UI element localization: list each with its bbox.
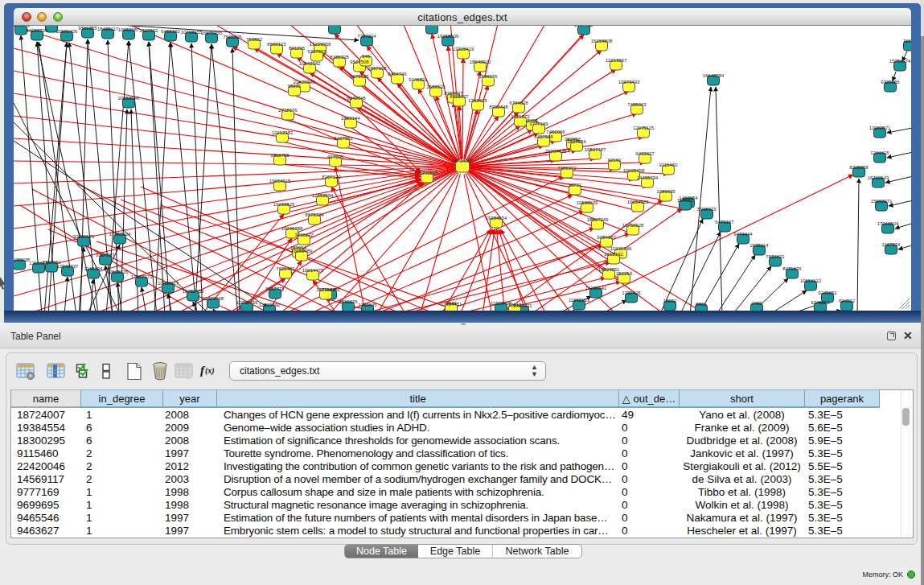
svg-text:16992: 16992 [663, 299, 677, 303]
svg-text:18495117: 18495117 [97, 27, 119, 31]
svg-text:9245652: 9245652 [818, 290, 837, 295]
svg-text:16099489: 16099489 [291, 249, 313, 253]
svg-text:2718176: 2718176 [278, 108, 298, 113]
svg-text:9146821: 9146821 [409, 77, 428, 82]
svg-text:17359924: 17359924 [109, 232, 131, 237]
svg-text:2935114: 2935114 [750, 243, 770, 248]
svg-text:16782759: 16782759 [183, 289, 204, 294]
svg-text:(x): (x) [205, 366, 215, 376]
svg-text:8186328: 8186328 [330, 55, 349, 60]
svg-text:10958117: 10958117 [158, 281, 179, 286]
svg-text:10654112: 10654112 [800, 278, 822, 283]
svg-text:417006: 417006 [327, 154, 344, 159]
svg-text:8861: 8861 [696, 302, 707, 307]
svg-text:11172: 11172 [903, 39, 911, 43]
svg-text:6497568: 6497568 [534, 134, 553, 139]
svg-text:13226058: 13226058 [310, 42, 331, 47]
svg-text:1615132: 1615132 [604, 252, 623, 257]
svg-text:1527602: 1527602 [139, 28, 158, 33]
svg-text:10688609: 10688609 [577, 200, 598, 205]
svg-text:1571647: 1571647 [316, 287, 335, 292]
svg-text:8427552: 8427552 [334, 136, 353, 141]
svg-text:18724007: 18724007 [452, 159, 474, 163]
svg-text:10973493: 10973493 [618, 80, 640, 84]
svg-text:3675685: 3675685 [350, 74, 369, 79]
svg-text:9245012: 9245012 [811, 300, 830, 305]
svg-text:3624554: 3624554 [567, 139, 586, 144]
svg-text:14055724: 14055724 [27, 28, 48, 33]
svg-text:8267130: 8267130 [322, 175, 341, 179]
svg-text:20206576: 20206576 [73, 234, 95, 239]
svg-text:6466160: 6466160 [161, 29, 180, 34]
svg-text:10653287: 10653287 [118, 27, 140, 32]
svg-text:7357224: 7357224 [357, 34, 376, 39]
svg-text:16210643: 16210643 [868, 175, 889, 180]
svg-text:15721: 15721 [569, 183, 582, 187]
svg-text:7632621: 7632621 [766, 254, 785, 259]
svg-text:14495794: 14495794 [637, 175, 659, 180]
svg-text:16154808: 16154808 [591, 39, 613, 43]
svg-text:19166825: 19166825 [273, 202, 295, 207]
svg-text:10543342: 10543342 [299, 61, 321, 66]
svg-text:15751074: 15751074 [889, 59, 911, 64]
svg-text:2588520: 2588520 [426, 84, 446, 89]
svg-text:8819276: 8819276 [339, 299, 358, 304]
svg-text:13325419: 13325419 [453, 47, 474, 51]
svg-text:9327503: 9327503 [307, 49, 326, 54]
svg-text:7515526: 7515526 [223, 35, 242, 39]
svg-text:10719155: 10719155 [181, 30, 203, 35]
svg-text:9777169: 9777169 [529, 122, 548, 126]
svg-text:62160: 62160 [608, 158, 622, 163]
svg-text:9397587: 9397587 [96, 253, 115, 257]
svg-text:1244415: 1244415 [870, 150, 889, 155]
svg-text:16033809: 16033809 [324, 26, 346, 27]
svg-text:10120746: 10120746 [610, 246, 632, 251]
svg-text:16046788: 16046788 [281, 226, 303, 231]
svg-text:12923490: 12923490 [259, 303, 281, 307]
svg-text:98901: 98901 [288, 84, 302, 89]
svg-text:5938923: 5938923 [697, 207, 717, 212]
svg-text:8215958: 8215958 [849, 165, 869, 170]
svg-text:9084067: 9084067 [597, 235, 616, 240]
svg-text:6479197: 6479197 [715, 220, 734, 225]
svg-text:12213967: 12213967 [606, 58, 627, 63]
svg-text:22017: 22017 [508, 303, 522, 307]
svg-text:19654923: 19654923 [627, 200, 649, 204]
svg-text:19654915: 19654915 [269, 179, 291, 183]
svg-text:2937652: 2937652 [574, 26, 593, 27]
svg-text:1763645: 1763645 [358, 303, 377, 307]
svg-text:252254: 252254 [616, 271, 633, 276]
svg-text:9591355: 9591355 [78, 26, 97, 31]
svg-text:16648784: 16648784 [703, 73, 725, 78]
svg-text:12353594: 12353594 [312, 193, 334, 198]
svg-text:12975115: 12975115 [633, 126, 655, 130]
svg-text:3350061: 3350061 [42, 260, 61, 265]
svg-text:2450: 2450 [751, 301, 762, 306]
svg-text:8878334: 8878334 [305, 212, 324, 217]
svg-text:8454749: 8454749 [388, 72, 407, 76]
svg-text:8990448: 8990448 [489, 105, 508, 109]
svg-text:12213382: 12213382 [272, 130, 294, 135]
svg-text:20053346: 20053346 [118, 96, 140, 101]
svg-text:8660123: 8660123 [267, 42, 286, 47]
svg-text:10722759: 10722759 [236, 300, 258, 305]
svg-text:11962193: 11962193 [569, 298, 590, 303]
svg-text:891295: 891295 [289, 46, 306, 51]
svg-text:1696176: 1696176 [478, 74, 498, 79]
svg-text:18300295: 18300295 [417, 171, 438, 175]
svg-text:1810755: 1810755 [270, 153, 290, 158]
svg-text:9342: 9342 [446, 301, 457, 306]
svg-text:8813054: 8813054 [422, 26, 441, 27]
svg-text:9463627: 9463627 [635, 151, 655, 156]
svg-text:11923468: 11923468 [203, 296, 224, 301]
svg-text:7625402: 7625402 [276, 266, 295, 271]
svg-text:17016504: 17016504 [877, 221, 899, 226]
svg-text:12093871: 12093871 [869, 126, 891, 130]
svg-text:19384554: 19384554 [486, 216, 507, 220]
svg-text:15692071: 15692071 [871, 199, 893, 204]
svg-text:10807487: 10807487 [585, 147, 606, 152]
svg-text:17957273: 17957273 [131, 274, 153, 279]
svg-text:18607249: 18607249 [587, 217, 609, 222]
svg-text:9242848: 9242848 [347, 96, 366, 101]
svg-text:604522: 604522 [839, 299, 856, 303]
